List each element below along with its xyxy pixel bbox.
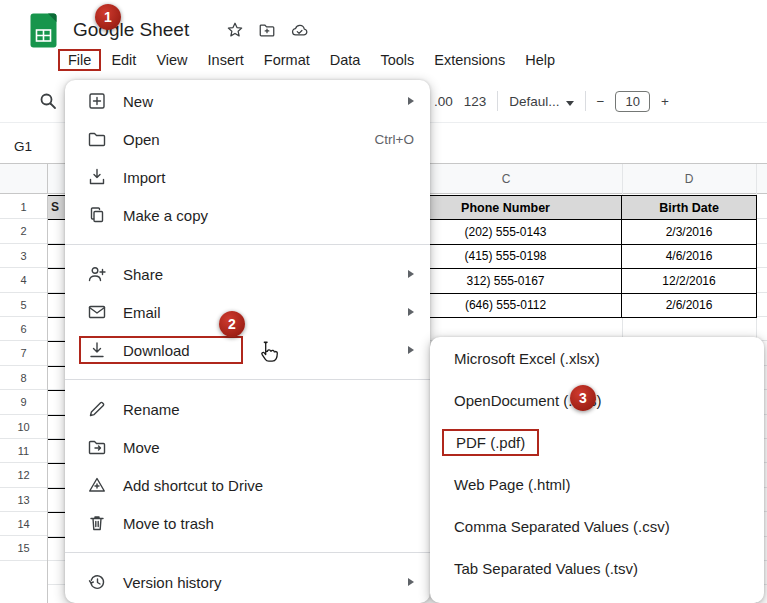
row-header[interactable]: 10: [0, 415, 47, 439]
submenu-item-html[interactable]: Web Page (.html): [430, 463, 764, 505]
step-badge-1: 1: [95, 4, 121, 30]
row-header[interactable]: 6: [0, 317, 47, 341]
row-header[interactable]: 13: [0, 488, 47, 512]
move-to-folder-icon[interactable]: [258, 21, 276, 43]
sheets-logo[interactable]: [30, 13, 57, 52]
file-menu-item-add-shortcut-to-drive[interactable]: Add shortcut to Drive: [65, 466, 430, 504]
row-header-column: 1 2 3 4 5 6 7 8 9 10 11 12 13 14 15: [0, 195, 48, 603]
file-menu-item-rename[interactable]: Rename: [65, 390, 430, 428]
version-history-icon: [87, 572, 107, 592]
submenu-arrow-icon: [408, 578, 414, 586]
data-table: Phone Number Birth Date (202) 555-0143 2…: [390, 195, 757, 318]
download-highlight-box: Download: [79, 336, 243, 364]
table-row: (646) 555-0112 2/6/2016: [390, 294, 757, 318]
submenu-item-tsv[interactable]: Tab Separated Values (.tsv): [430, 547, 764, 589]
cell-d2[interactable]: 2/3/2016: [622, 220, 757, 244]
shortcut-label: Ctrl+O: [375, 132, 414, 147]
move-folder-icon: [87, 437, 107, 457]
file-menu-item-download[interactable]: Download: [65, 331, 430, 369]
menu-insert[interactable]: Insert: [198, 49, 254, 71]
share-icon: [87, 264, 107, 284]
increase-font-size-button[interactable]: +: [661, 94, 669, 109]
menu-separator: [65, 379, 430, 380]
menu-file[interactable]: File: [58, 49, 101, 71]
file-menu: New Open Ctrl+O Import Make a copy Share…: [65, 80, 430, 603]
menu-format[interactable]: Format: [254, 49, 320, 71]
menu-help[interactable]: Help: [515, 49, 565, 71]
toolbar-divider: [585, 91, 586, 111]
file-menu-item-share[interactable]: Share: [65, 255, 430, 293]
file-menu-item-email[interactable]: Email: [65, 293, 430, 331]
row-header[interactable]: 14: [0, 512, 47, 536]
row-header[interactable]: 2: [0, 219, 47, 243]
trash-icon: [87, 513, 107, 533]
row-header[interactable]: 4: [0, 268, 47, 292]
step-badge-2: 2: [219, 311, 245, 337]
column-header-d[interactable]: D: [622, 164, 756, 194]
download-submenu: Microsoft Excel (.xlsx) OpenDocument (.o…: [430, 337, 764, 603]
file-menu-item-make-a-copy[interactable]: Make a copy: [65, 196, 430, 234]
document-title[interactable]: Google Sheet: [73, 19, 189, 41]
submenu-item-csv[interactable]: Comma Separated Values (.csv): [430, 505, 764, 547]
file-menu-item-move-to-trash[interactable]: Move to trash: [65, 504, 430, 542]
cell-d5[interactable]: 2/6/2016: [622, 294, 757, 318]
submenu-arrow-icon: [408, 308, 414, 316]
menu-tools[interactable]: Tools: [370, 49, 424, 71]
file-menu-item-import[interactable]: Import: [65, 158, 430, 196]
row-header[interactable]: 7: [0, 341, 47, 365]
file-menu-item-move[interactable]: Move: [65, 428, 430, 466]
submenu-arrow-icon: [408, 346, 414, 354]
table-row: 312) 555-0167 12/2/2016: [390, 269, 757, 293]
menu-edit[interactable]: Edit: [101, 49, 146, 71]
decrease-font-size-button[interactable]: −: [597, 94, 605, 109]
table-row: (415) 555-0198 4/6/2016: [390, 245, 757, 269]
file-menu-item-version-history[interactable]: Version history: [65, 563, 430, 601]
email-icon: [87, 302, 107, 322]
row-header[interactable]: 15: [0, 536, 47, 560]
cell-d1[interactable]: Birth Date: [622, 196, 757, 220]
submenu-arrow-icon: [408, 97, 414, 105]
file-menu-item-open[interactable]: Open Ctrl+O: [65, 120, 430, 158]
download-icon: [87, 340, 107, 360]
grid-corner[interactable]: [0, 164, 48, 194]
menu-extensions[interactable]: Extensions: [424, 49, 515, 71]
submenu-item-ods[interactable]: OpenDocument (.ods): [430, 379, 764, 421]
menu-separator: [65, 552, 430, 553]
menu-view[interactable]: View: [146, 49, 197, 71]
table-row: (202) 555-0143 2/3/2016: [390, 220, 757, 244]
submenu-item-xlsx[interactable]: Microsoft Excel (.xlsx): [430, 337, 764, 379]
number-format-button[interactable]: 123: [464, 94, 487, 109]
font-selector[interactable]: Defaul...: [509, 94, 573, 109]
import-icon: [87, 167, 107, 187]
row-header[interactable]: 11: [0, 439, 47, 463]
row-header[interactable]: 1: [0, 195, 47, 219]
toolbar-divider: [497, 91, 498, 111]
file-menu-item-new[interactable]: New: [65, 82, 430, 120]
cell-d4[interactable]: 12/2/2016: [622, 269, 757, 293]
cell-a1-partial[interactable]: S: [48, 196, 65, 219]
table-row: Phone Number Birth Date: [390, 196, 757, 220]
rename-pencil-icon: [87, 399, 107, 419]
star-icon[interactable]: [226, 21, 244, 43]
menu-data[interactable]: Data: [320, 49, 371, 71]
copy-icon: [87, 205, 107, 225]
pdf-highlight-box: PDF (.pdf): [442, 429, 539, 456]
name-box[interactable]: G1: [14, 139, 32, 154]
cell-d3[interactable]: 4/6/2016: [622, 245, 757, 269]
font-size-input[interactable]: 10: [615, 91, 649, 112]
submenu-item-pdf[interactable]: PDF (.pdf): [430, 421, 764, 463]
increase-decimal-button[interactable]: .00: [434, 94, 453, 109]
row-header[interactable]: 9: [0, 390, 47, 414]
row-header[interactable]: 12: [0, 463, 47, 487]
menu-separator: [65, 244, 430, 245]
row-header[interactable]: 3: [0, 244, 47, 268]
open-folder-icon: [87, 129, 107, 149]
row-header[interactable]: 8: [0, 366, 47, 390]
row-header[interactable]: 5: [0, 293, 47, 317]
new-document-icon: [87, 91, 107, 111]
cloud-status-icon[interactable]: [290, 21, 309, 43]
search-icon[interactable]: [38, 91, 58, 115]
hand-cursor-icon: [254, 339, 280, 369]
toolbar: .00 123 Defaul... − 10 +: [434, 88, 669, 114]
column-a-sliver: [48, 195, 65, 561]
